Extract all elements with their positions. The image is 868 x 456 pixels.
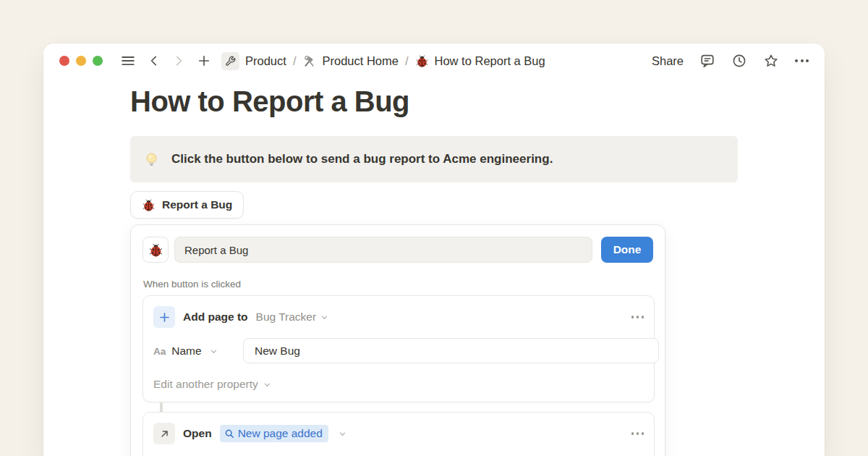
- topbar-actions: Share: [652, 53, 809, 69]
- breadcrumb-label: How to Report a Bug: [435, 54, 545, 68]
- comments-icon[interactable]: [699, 53, 715, 69]
- callout-block: Click the button below to send a bug rep…: [130, 136, 738, 182]
- chevron-down-icon: [263, 381, 271, 389]
- lightbulb-icon: [143, 151, 160, 168]
- top-bar: Product / Product Home /: [43, 43, 825, 78]
- chevron-down-icon: [210, 347, 218, 355]
- plus-icon: [153, 306, 175, 328]
- wrench-icon: [221, 52, 239, 70]
- property-selector[interactable]: Name: [171, 345, 217, 358]
- button-config-panel: Done When button is clicked Add page to …: [130, 224, 665, 456]
- button-icon-picker[interactable]: [142, 237, 169, 263]
- arrow-up-right-icon: [153, 423, 175, 444]
- database-selector-value: Bug Tracker: [256, 311, 317, 324]
- panel-header: Done: [142, 237, 653, 263]
- page-title: How to Report a Bug: [130, 85, 409, 118]
- callout-text: Click the button below to send a bug rep…: [171, 152, 553, 166]
- hammer-wrench-icon: [302, 54, 316, 68]
- ladybug-icon: [142, 198, 156, 212]
- property-name: Name: [171, 345, 201, 358]
- forward-icon[interactable]: [172, 54, 185, 67]
- open-target-label: New page added: [238, 427, 323, 440]
- property-value-input[interactable]: [243, 338, 659, 363]
- text-property-icon: Aa: [153, 346, 166, 357]
- database-selector[interactable]: Bug Tracker: [256, 311, 329, 324]
- breadcrumb-item-product[interactable]: Product: [221, 52, 286, 70]
- ladybug-icon: [415, 54, 429, 68]
- breadcrumb-separator: /: [292, 54, 297, 68]
- action-card-add-page: Add page to Bug Tracker Aa Name Edit ano…: [142, 295, 655, 402]
- edit-another-property[interactable]: Edit another property: [153, 376, 644, 393]
- more-options-icon[interactable]: [795, 59, 809, 62]
- action-row: Open New page added: [153, 422, 644, 445]
- close-window-button[interactable]: [59, 56, 69, 66]
- page-background: { "topbar": { "separator": "/", "breadcr…: [0, 0, 868, 456]
- chevron-down-icon: [339, 430, 346, 438]
- action-label: Open: [183, 427, 212, 440]
- report-a-bug-button[interactable]: Report a Bug: [130, 191, 244, 219]
- done-button[interactable]: Done: [601, 237, 653, 263]
- edit-another-property-label: Edit another property: [153, 378, 258, 391]
- minimize-window-button[interactable]: [76, 56, 86, 66]
- step-connector: [160, 402, 163, 412]
- nav-icons: [120, 53, 211, 69]
- favorite-star-icon[interactable]: [763, 53, 779, 69]
- trigger-label: When button is clicked: [143, 279, 241, 290]
- button-name-input[interactable]: [174, 237, 592, 263]
- breadcrumb: Product / Product Home /: [221, 52, 545, 70]
- open-target-pill[interactable]: New page added: [220, 425, 328, 442]
- chevron-down-icon: [320, 313, 328, 321]
- action-label: Add page to: [183, 311, 248, 324]
- maximize-window-button[interactable]: [93, 56, 103, 66]
- window-controls: [59, 56, 103, 66]
- step-more-options-icon[interactable]: [631, 316, 644, 318]
- open-target-selector[interactable]: [339, 430, 346, 438]
- breadcrumb-label: Product Home: [322, 54, 398, 68]
- step-more-options-icon[interactable]: [631, 432, 644, 435]
- app-window: Product / Product Home /: [43, 43, 825, 456]
- report-a-bug-button-label: Report a Bug: [162, 198, 232, 211]
- sidebar-menu-icon[interactable]: [120, 53, 136, 69]
- back-icon[interactable]: [148, 54, 161, 67]
- breadcrumb-item-current-page[interactable]: How to Report a Bug: [415, 54, 545, 68]
- action-card-open-page: Open New page added: [142, 412, 655, 456]
- breadcrumb-label: Product: [245, 54, 286, 68]
- updates-clock-icon[interactable]: [731, 53, 747, 69]
- breadcrumb-item-product-home[interactable]: Product Home: [302, 54, 398, 68]
- breadcrumb-separator: /: [404, 54, 409, 68]
- search-icon: [224, 428, 234, 439]
- action-row: Add page to Bug Tracker: [153, 305, 644, 329]
- new-page-icon[interactable]: [197, 54, 211, 68]
- share-button[interactable]: Share: [652, 54, 684, 68]
- property-row: Aa Name: [153, 338, 644, 364]
